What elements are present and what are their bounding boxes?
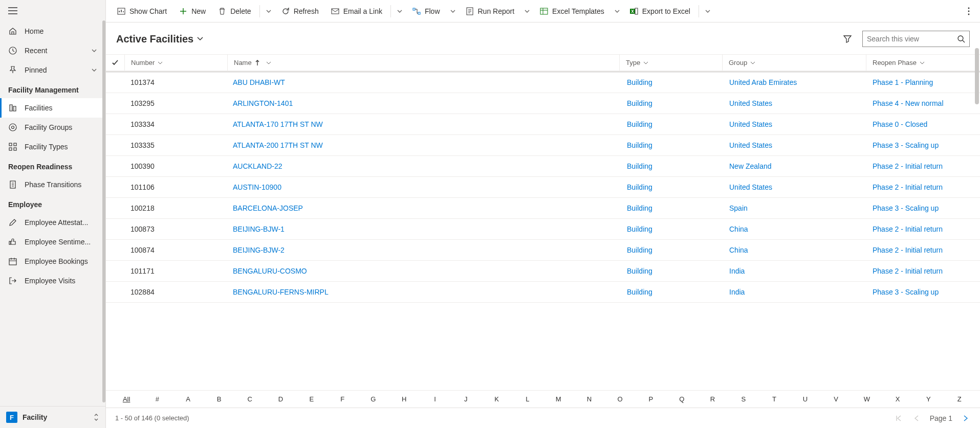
table-row[interactable]: 102884 BENGALURU-FERNS-MIRPL Building In… bbox=[106, 282, 980, 303]
cell-phase[interactable]: Phase 3 - Scaling up bbox=[866, 204, 974, 212]
sidebar-scrollbar[interactable] bbox=[102, 20, 105, 402]
nav-home[interactable]: Home bbox=[0, 21, 105, 41]
table-row[interactable]: 100874 BEIJING-BJW-2 Building China Phas… bbox=[106, 240, 980, 261]
cell-phase[interactable]: Phase 2 - Initial return bbox=[866, 162, 974, 170]
cell-phase[interactable]: Phase 2 - Initial return bbox=[866, 225, 974, 233]
alpha-w[interactable]: W bbox=[852, 391, 882, 407]
alpha-z[interactable]: Z bbox=[944, 391, 975, 407]
column-group[interactable]: Group bbox=[723, 55, 866, 71]
table-row[interactable]: 103334 ATLANTA-170 17TH ST NW Building U… bbox=[106, 114, 980, 135]
table-row[interactable]: 101171 BENGALURU-COSMO Building India Ph… bbox=[106, 261, 980, 282]
overflow-button[interactable] bbox=[964, 3, 974, 19]
export-excel-chevron[interactable] bbox=[702, 6, 713, 17]
sidebar-item-employee-sentime-[interactable]: Employee Sentime... bbox=[0, 232, 105, 252]
cell-name[interactable]: BENGALURU-COSMO bbox=[227, 267, 621, 275]
alpha-#[interactable]: # bbox=[142, 391, 172, 407]
alpha-s[interactable]: S bbox=[728, 391, 759, 407]
search-input[interactable] bbox=[867, 35, 957, 43]
cell-group[interactable]: India bbox=[723, 267, 866, 275]
column-phase[interactable]: Reopen Phase bbox=[866, 55, 974, 71]
alpha-q[interactable]: Q bbox=[666, 391, 697, 407]
cell-name[interactable]: AUSTIN-10900 bbox=[227, 183, 621, 191]
cell-phase[interactable]: Phase 1 - Planning bbox=[866, 78, 974, 86]
alpha-o[interactable]: O bbox=[605, 391, 636, 407]
alpha-b[interactable]: B bbox=[204, 391, 234, 407]
grid-scrollbar[interactable] bbox=[975, 48, 979, 390]
cell-name[interactable]: ARLINGTON-1401 bbox=[227, 99, 621, 107]
cell-group[interactable]: Spain bbox=[723, 204, 866, 212]
cell-type[interactable]: Building bbox=[621, 78, 723, 86]
cell-type[interactable]: Building bbox=[621, 204, 723, 212]
alpha-c[interactable]: C bbox=[234, 391, 265, 407]
new-button[interactable]: New bbox=[174, 3, 211, 19]
cell-phase[interactable]: Phase 3 - Scaling up bbox=[866, 141, 974, 149]
column-name[interactable]: Name bbox=[228, 55, 619, 71]
cell-group[interactable]: United States bbox=[723, 99, 866, 107]
sidebar-item-facility-types[interactable]: Facility Types bbox=[0, 137, 105, 156]
email-split-chevron[interactable] bbox=[394, 6, 405, 17]
cell-name[interactable]: ATLANTA-200 17TH ST NW bbox=[227, 141, 621, 149]
cell-type[interactable]: Building bbox=[621, 162, 723, 170]
alpha-all[interactable]: All bbox=[111, 391, 142, 407]
alpha-l[interactable]: L bbox=[512, 391, 543, 407]
cell-name[interactable]: BEIJING-BJW-2 bbox=[227, 246, 621, 254]
alpha-y[interactable]: Y bbox=[913, 391, 944, 407]
cell-type[interactable]: Building bbox=[621, 225, 723, 233]
alpha-a[interactable]: A bbox=[173, 391, 204, 407]
alpha-p[interactable]: P bbox=[636, 391, 666, 407]
cell-group[interactable]: New Zealand bbox=[723, 162, 866, 170]
table-row[interactable]: 100873 BEIJING-BJW-1 Building China Phas… bbox=[106, 219, 980, 240]
cell-phase[interactable]: Phase 2 - Initial return bbox=[866, 246, 974, 254]
cell-name[interactable]: BEIJING-BJW-1 bbox=[227, 225, 621, 233]
cell-name[interactable]: AUCKLAND-22 bbox=[227, 162, 621, 170]
sidebar-item-phase-transitions[interactable]: Phase Transitions bbox=[0, 175, 105, 194]
cell-type[interactable]: Building bbox=[621, 183, 723, 191]
cell-phase[interactable]: Phase 2 - Initial return bbox=[866, 267, 974, 275]
column-number[interactable]: Number bbox=[125, 55, 227, 71]
sidebar-item-employee-visits[interactable]: Employee Visits bbox=[0, 271, 105, 290]
cell-type[interactable]: Building bbox=[621, 99, 723, 107]
cell-type[interactable]: Building bbox=[621, 288, 723, 296]
run-report-chevron[interactable] bbox=[521, 6, 533, 17]
run-report-button[interactable]: Run Report bbox=[461, 3, 520, 19]
cell-type[interactable]: Building bbox=[621, 120, 723, 128]
cell-group[interactable]: China bbox=[723, 225, 866, 233]
alpha-d[interactable]: D bbox=[265, 391, 296, 407]
flow-button[interactable]: Flow bbox=[407, 3, 445, 19]
cell-group[interactable]: United States bbox=[723, 183, 866, 191]
next-page-button[interactable] bbox=[960, 413, 971, 424]
cell-name[interactable]: BENGALURU-FERNS-MIRPL bbox=[227, 288, 621, 296]
cell-group[interactable]: United States bbox=[723, 120, 866, 128]
cell-name[interactable]: ABU DHABI-WT bbox=[227, 78, 621, 86]
alpha-k[interactable]: K bbox=[481, 391, 512, 407]
select-all-column[interactable] bbox=[106, 55, 124, 71]
column-type[interactable]: Type bbox=[620, 55, 722, 71]
alpha-m[interactable]: M bbox=[543, 391, 574, 407]
delete-button[interactable]: Delete bbox=[213, 3, 256, 19]
delete-split-chevron[interactable] bbox=[263, 6, 274, 17]
alpha-i[interactable]: I bbox=[420, 391, 450, 407]
alpha-r[interactable]: R bbox=[697, 391, 728, 407]
alpha-x[interactable]: X bbox=[882, 391, 913, 407]
cell-phase[interactable]: Phase 4 - New normal bbox=[866, 99, 974, 107]
alpha-g[interactable]: G bbox=[358, 391, 388, 407]
table-row[interactable]: 103335 ATLANTA-200 17TH ST NW Building U… bbox=[106, 135, 980, 156]
prev-page-button[interactable] bbox=[911, 413, 923, 424]
sidebar-item-employee-attestat-[interactable]: Employee Attestat... bbox=[0, 213, 105, 232]
alpha-v[interactable]: V bbox=[820, 391, 851, 407]
sidebar-area-switcher[interactable]: F Facility bbox=[0, 406, 105, 428]
table-row[interactable]: 101106 AUSTIN-10900 Building United Stat… bbox=[106, 177, 980, 198]
sidebar-item-facilities[interactable]: Facilities bbox=[0, 98, 105, 118]
cell-group[interactable]: India bbox=[723, 288, 866, 296]
flow-chevron[interactable] bbox=[447, 6, 459, 17]
email-link-button[interactable]: Email a Link bbox=[326, 3, 387, 19]
view-selector[interactable]: Active Facilities bbox=[116, 33, 204, 45]
first-page-button[interactable] bbox=[893, 413, 904, 424]
alpha-h[interactable]: H bbox=[389, 391, 420, 407]
cell-group[interactable]: United States bbox=[723, 141, 866, 149]
excel-templates-chevron[interactable] bbox=[612, 6, 623, 17]
cell-type[interactable]: Building bbox=[621, 267, 723, 275]
table-row[interactable]: 100390 AUCKLAND-22 Building New Zealand … bbox=[106, 156, 980, 177]
cell-name[interactable]: ATLANTA-170 17TH ST NW bbox=[227, 120, 621, 128]
refresh-button[interactable]: Refresh bbox=[276, 3, 324, 19]
